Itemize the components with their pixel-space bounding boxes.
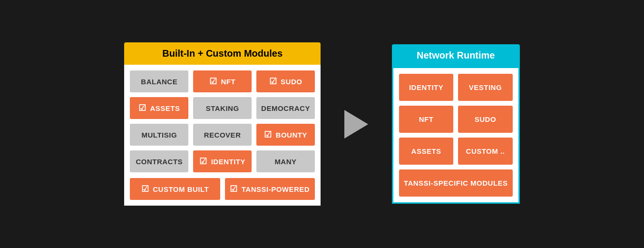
cell-bounty: ☑ BOUNTY bbox=[256, 124, 315, 146]
runtime-tanssi-specific-label: TANSSI-SPECIFIC MODULES bbox=[404, 179, 508, 187]
right-panel-header: Network Runtime bbox=[392, 44, 520, 67]
assets-check-icon: ☑ bbox=[138, 104, 146, 112]
nft-check-icon: ☑ bbox=[209, 77, 217, 86]
cell-runtime-tanssi-specific: TANSSI-SPECIFIC MODULES bbox=[399, 169, 513, 197]
bottom-row: ☑ CUSTOM BUILT ☑ TANSSI-POWERED bbox=[124, 178, 321, 206]
recover-label: RECOVER bbox=[204, 131, 241, 139]
cell-multisig: MULTISIG bbox=[130, 124, 188, 146]
runtime-identity-label: IDENTITY bbox=[409, 83, 443, 91]
cell-runtime-sudo: SUDO bbox=[458, 106, 512, 133]
custom-built-label: CUSTOM BUILT bbox=[153, 185, 209, 193]
bounty-label: BOUNTY bbox=[276, 131, 307, 139]
identity-check-icon: ☑ bbox=[199, 157, 207, 166]
cell-runtime-assets: ASSETS bbox=[399, 138, 453, 165]
cell-custom-built: ☑ CUSTOM BUILT bbox=[130, 178, 220, 200]
cell-democracy: DEMOCRACY bbox=[256, 97, 315, 119]
staking-label: STAKING bbox=[206, 104, 239, 112]
contracts-label: CONTRACTS bbox=[136, 158, 183, 166]
module-grid: BALANCE ☑ NFT ☑ SUDO ☑ ASSETS STAKING DE… bbox=[124, 65, 321, 178]
bounty-check-icon: ☑ bbox=[264, 130, 272, 139]
cell-balance: BALANCE bbox=[130, 70, 188, 92]
assets-label: ASSETS bbox=[150, 104, 180, 112]
multisig-label: MULTISIG bbox=[142, 131, 177, 139]
runtime-sudo-label: SUDO bbox=[475, 115, 496, 123]
runtime-assets-label: ASSETS bbox=[411, 147, 441, 155]
cell-runtime-vesting: VESTING bbox=[458, 74, 512, 101]
cell-contracts: CONTRACTS bbox=[130, 150, 188, 172]
cell-runtime-custom: CUSTOM .. bbox=[458, 138, 512, 165]
cell-recover: RECOVER bbox=[193, 124, 252, 146]
cell-sudo: ☑ SUDO bbox=[256, 70, 315, 92]
arrow-container bbox=[340, 110, 373, 139]
tanssi-powered-label: TANSSI-POWERED bbox=[242, 185, 310, 193]
runtime-vesting-label: VESTING bbox=[469, 83, 502, 91]
runtime-nft-label: NFT bbox=[419, 115, 434, 123]
left-panel-header: Built-In + Custom Modules bbox=[124, 42, 321, 65]
democracy-label: DEMOCRACY bbox=[261, 104, 310, 112]
cell-staking: STAKING bbox=[193, 97, 252, 119]
right-panel: Network Runtime IDENTITY VESTING NFT SUD… bbox=[392, 44, 520, 204]
cell-nft: ☑ NFT bbox=[193, 70, 252, 92]
sudo-label: SUDO bbox=[281, 78, 302, 86]
runtime-custom-label: CUSTOM .. bbox=[466, 147, 505, 155]
cell-runtime-nft: NFT bbox=[399, 106, 453, 133]
identity-label: IDENTITY bbox=[211, 158, 245, 166]
nft-label: NFT bbox=[221, 78, 236, 86]
cell-assets: ☑ ASSETS bbox=[130, 97, 188, 119]
sudo-check-icon: ☑ bbox=[269, 77, 277, 86]
cell-runtime-identity: IDENTITY bbox=[399, 74, 453, 101]
main-container: Built-In + Custom Modules BALANCE ☑ NFT … bbox=[124, 42, 519, 206]
cell-identity: ☑ IDENTITY bbox=[193, 150, 252, 172]
runtime-grid: IDENTITY VESTING NFT SUDO ASSETS CUSTOM … bbox=[392, 67, 520, 204]
cell-many: MANY bbox=[256, 150, 315, 172]
right-arrow-icon bbox=[344, 110, 368, 139]
many-label: MANY bbox=[274, 158, 296, 166]
cell-tanssi-powered: ☑ TANSSI-POWERED bbox=[225, 178, 315, 200]
custom-built-check-icon: ☑ bbox=[141, 185, 149, 193]
balance-label: BALANCE bbox=[141, 78, 177, 86]
left-panel: Built-In + Custom Modules BALANCE ☑ NFT … bbox=[124, 42, 321, 206]
tanssi-powered-check-icon: ☑ bbox=[230, 185, 238, 193]
